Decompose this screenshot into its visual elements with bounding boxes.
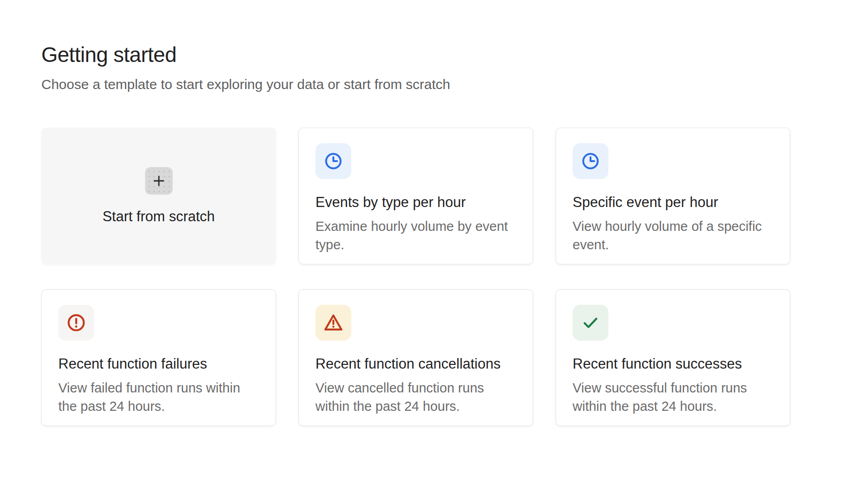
alert-circle-icon — [66, 312, 87, 333]
card-description: View successful function runs within the… — [573, 379, 773, 415]
card-start-from-scratch[interactable]: Start from scratch — [41, 128, 276, 264]
card-description: View failed function runs within the pas… — [58, 379, 259, 415]
template-grid: Start from scratch Events by type per ho… — [41, 128, 866, 426]
clock-icon — [580, 151, 601, 171]
plus-icon — [151, 173, 167, 189]
card-recent-function-cancellations[interactable]: Recent function cancellations View cance… — [298, 289, 533, 426]
scratch-label: Start from scratch — [102, 208, 215, 225]
card-recent-function-failures[interactable]: Recent function failures View failed fun… — [41, 289, 276, 426]
card-title: Events by type per hour — [315, 194, 516, 211]
card-description: View cancelled function runs within the … — [315, 379, 516, 415]
icon-tile — [315, 305, 351, 341]
card-title: Recent function failures — [58, 355, 259, 372]
card-specific-event-per-hour[interactable]: Specific event per hour View hourly volu… — [556, 128, 790, 264]
icon-tile — [58, 305, 94, 341]
icon-tile — [573, 305, 608, 341]
card-title: Recent function cancellations — [315, 355, 516, 372]
getting-started-page: Getting started Choose a template to sta… — [0, 0, 866, 426]
card-title: Recent function successes — [573, 355, 773, 372]
card-description: Examine hourly volume by event type. — [315, 217, 516, 254]
card-events-by-type-per-hour[interactable]: Events by type per hour Examine hourly v… — [298, 128, 533, 264]
card-recent-function-successes[interactable]: Recent function successes View successfu… — [556, 289, 790, 426]
card-title: Specific event per hour — [573, 194, 773, 211]
clock-icon — [323, 151, 343, 171]
check-icon — [580, 313, 601, 333]
icon-tile — [315, 143, 351, 179]
alert-triangle-icon — [323, 312, 344, 333]
card-description: View hourly volume of a specific event. — [573, 217, 773, 254]
page-title: Getting started — [41, 42, 866, 67]
plus-tile — [145, 167, 173, 195]
icon-tile — [573, 143, 608, 179]
page-subtitle: Choose a template to start exploring you… — [41, 77, 866, 93]
